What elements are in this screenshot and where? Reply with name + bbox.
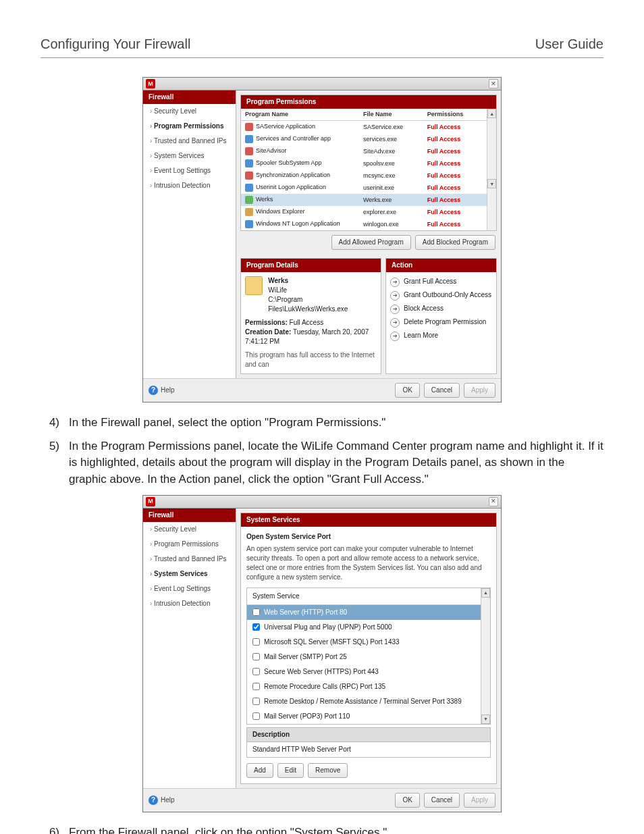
close-icon[interactable]: ✕ <box>489 497 498 506</box>
info-text: An open system service port can make you… <box>246 544 491 582</box>
scroll-down-icon[interactable]: ▼ <box>487 179 496 188</box>
service-checkbox[interactable] <box>252 668 260 675</box>
apply-button[interactable]: Apply <box>464 383 495 398</box>
add-button[interactable]: Add <box>246 763 273 778</box>
sidebar-item[interactable]: Trusted and Banned IPs <box>143 134 236 149</box>
help-link[interactable]: ?Help <box>149 796 175 805</box>
step-number: 4) <box>41 415 59 432</box>
table-row[interactable]: SAService ApplicationSAService.exeFull A… <box>241 121 487 134</box>
service-checkbox[interactable] <box>252 698 260 705</box>
scroll-up-icon[interactable]: ▲ <box>481 588 490 598</box>
scroll-down-icon[interactable]: ▼ <box>481 714 490 724</box>
sidebar-item[interactable]: Program Permissions <box>143 119 236 134</box>
action-item[interactable]: Block Access <box>386 302 496 315</box>
step-6: From the Firewall panel, click on the op… <box>69 825 387 834</box>
help-label: Help <box>161 797 175 804</box>
service-label: Universal Plug and Play (UPNP) Port 5000 <box>264 623 392 632</box>
app-icon <box>245 172 253 180</box>
service-label: Remote Procedure Calls (RPC) Port 135 <box>264 682 385 692</box>
scrollbar[interactable]: ▲ ▼ <box>481 588 490 724</box>
action-item[interactable]: Learn More <box>386 329 496 342</box>
table-row[interactable]: Spooler SubSystem Appspoolsv.exeFull Acc… <box>241 157 487 170</box>
mcafee-logo-icon: M <box>146 497 155 506</box>
step-5: In the Program Permissions panel, locate… <box>69 438 603 488</box>
table-row[interactable]: Windows NT Logon Applicationwinlogon.exe… <box>241 218 487 230</box>
action-item[interactable]: Grant Outbound-Only Access <box>386 288 496 302</box>
sidebar-item[interactable]: Security Level <box>143 522 236 537</box>
detail-path: C:\Program Files\LukWerks\Werks.exe <box>268 295 377 314</box>
sidebar-item[interactable]: System Services <box>143 567 236 581</box>
service-checkbox[interactable] <box>252 608 260 616</box>
step-4: In the Firewall panel, select the option… <box>69 415 385 432</box>
sidebar-title: Firewall <box>143 90 236 104</box>
action-title: Action <box>386 259 496 272</box>
app-icon <box>245 147 253 155</box>
service-item[interactable]: Secure Web Server (HTTPS) Port 443 <box>247 664 481 679</box>
service-item[interactable]: Mail Server (POP3) Port 110 <box>247 709 481 724</box>
service-item[interactable]: Web Server (HTTP) Port 80 <box>247 605 481 620</box>
apply-button[interactable]: Apply <box>464 793 495 808</box>
sidebar-item[interactable]: Intrusion Detection <box>143 178 236 193</box>
scroll-up-icon[interactable]: ▲ <box>487 109 496 118</box>
service-item[interactable]: Microsoft SQL Server (MSFT SQL) Port 143… <box>247 635 481 650</box>
edit-button[interactable]: Edit <box>277 763 304 778</box>
service-item[interactable]: Mail Server (SMTP) Port 25 <box>247 650 481 664</box>
service-checkbox[interactable] <box>252 638 260 646</box>
table-row[interactable]: WerksWerks.exeFull Access <box>241 194 487 206</box>
date-label: Creation Date: <box>245 328 291 336</box>
service-item[interactable]: Remote Desktop / Remote Assistance / Ter… <box>247 694 481 709</box>
sidebar-item[interactable]: System Services <box>143 149 236 163</box>
detail-vendor: WiLife <box>268 286 377 295</box>
sidebar-item[interactable]: Event Log Settings <box>143 581 236 596</box>
action-item[interactable]: Grant Full Access <box>386 275 496 288</box>
service-checkbox[interactable] <box>252 712 260 720</box>
col-perm: Permissions <box>423 109 487 121</box>
service-item[interactable]: Remote Procedure Calls (RPC) Port 135 <box>247 679 481 694</box>
sidebar-item[interactable]: Intrusion Detection <box>143 596 236 611</box>
details-title: Program Details <box>241 259 381 272</box>
table-row[interactable]: Userinit Logon Applicationuserinit.exeFu… <box>241 182 487 194</box>
sidebar-item[interactable]: Event Log Settings <box>143 163 236 178</box>
remove-button[interactable]: Remove <box>308 763 348 778</box>
add-blocked-button[interactable]: Add Blocked Program <box>415 235 495 250</box>
table-row[interactable]: Windows Explorerexplorer.exeFull Access <box>241 206 487 218</box>
close-icon[interactable]: ✕ <box>489 79 498 88</box>
figure-program-permissions: M ✕ Firewall Security LevelProgram Permi… <box>142 77 502 402</box>
sidebar-item[interactable]: Security Level <box>143 104 236 119</box>
step-number: 5) <box>41 438 59 488</box>
ok-button[interactable]: OK <box>395 383 419 398</box>
table-row[interactable]: SiteAdvisorSiteAdv.exeFull Access <box>241 145 487 157</box>
service-checkbox[interactable] <box>252 623 260 631</box>
help-link[interactable]: ?Help <box>149 386 175 395</box>
action-panel: Action Grant Full AccessGrant Outbound-O… <box>385 258 497 374</box>
sidebar-item[interactable]: Program Permissions <box>143 537 236 552</box>
detail-note: This program has full access to the Inte… <box>245 350 377 369</box>
action-item[interactable]: Delete Program Permission <box>386 315 496 329</box>
ok-button[interactable]: OK <box>395 793 419 808</box>
list-header: System Service <box>247 588 481 605</box>
header-right: User Guide <box>535 36 603 52</box>
window-titlebar: M ✕ <box>143 78 501 90</box>
program-icon <box>245 276 263 295</box>
cancel-button[interactable]: Cancel <box>424 383 460 398</box>
table-row[interactable]: Services and Controller appservices.exeF… <box>241 133 487 145</box>
service-label: Microsoft SQL Server (MSFT SQL) Port 143… <box>264 637 400 647</box>
app-icon <box>245 208 253 216</box>
app-icon <box>245 159 253 167</box>
service-checkbox[interactable] <box>252 683 260 690</box>
cancel-button[interactable]: Cancel <box>424 793 460 808</box>
table-row[interactable]: Synchronization Applicationmcsync.exeFul… <box>241 170 487 182</box>
scrollbar[interactable]: ▲ ▼ <box>487 109 496 230</box>
window-titlebar: M ✕ <box>143 496 501 509</box>
service-checkbox[interactable] <box>252 653 260 660</box>
app-icon <box>245 196 253 204</box>
app-icon <box>245 220 253 228</box>
sidebar-item[interactable]: Trusted and Banned IPs <box>143 552 236 567</box>
program-table: Program Name File Name Permissions SASer… <box>241 109 487 230</box>
service-item[interactable]: Universal Plug and Play (UPNP) Port 5000 <box>247 620 481 635</box>
app-icon <box>245 123 253 131</box>
add-allowed-button[interactable]: Add Allowed Program <box>331 235 411 250</box>
system-services-panel: System Services Open System Service Port… <box>240 513 497 784</box>
program-details-panel: Program Details Werks WiLife C:\Program … <box>240 258 381 374</box>
description-text: Standard HTTP Web Server Port <box>247 742 490 757</box>
